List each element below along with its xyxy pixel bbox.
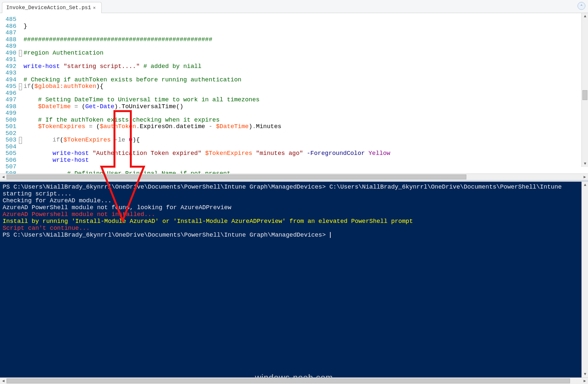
line-number: 508 xyxy=(0,171,16,174)
scroll-track[interactable] xyxy=(7,174,581,180)
scroll-up-icon[interactable]: ▲ xyxy=(582,13,588,20)
code-line[interactable]: } xyxy=(24,23,588,30)
console-line: Install by running 'Install-Module Azure… xyxy=(3,218,585,225)
line-number: 492 xyxy=(0,63,16,70)
fold-slot xyxy=(18,171,22,174)
editor-hscrollbar[interactable]: ◀ ▶ xyxy=(0,174,588,180)
line-number: 499 xyxy=(0,110,16,117)
fold-slot xyxy=(18,104,22,110)
code-line[interactable]: ########################################… xyxy=(24,37,588,43)
fold-slot xyxy=(18,117,22,124)
fold-slot xyxy=(18,63,22,70)
scroll-track[interactable] xyxy=(582,188,588,371)
scroll-right-icon[interactable]: ▶ xyxy=(581,378,588,384)
scroll-thumb[interactable] xyxy=(582,90,587,100)
console-line: starting script.... xyxy=(3,191,585,197)
collapse-pane-button[interactable]: ⌃ xyxy=(578,2,585,10)
line-number: 489 xyxy=(0,43,16,50)
line-number: 490 xyxy=(0,50,16,57)
code-area[interactable]: }#######################################… xyxy=(22,13,588,174)
fold-slot xyxy=(18,157,22,164)
close-icon[interactable]: ✕ xyxy=(93,6,97,10)
code-line[interactable]: if($global:authToken){ xyxy=(24,83,588,90)
line-number: 501 xyxy=(0,124,16,130)
console-line: Script can't continue... xyxy=(3,225,585,232)
code-line[interactable]: #region Authentication xyxy=(24,50,588,57)
scroll-left-icon[interactable]: ◀ xyxy=(0,174,7,180)
scroll-down-icon[interactable]: ▼ xyxy=(582,160,588,167)
code-line[interactable]: # Defining User Principal Name if not pr… xyxy=(24,171,588,174)
fold-slot xyxy=(18,23,22,30)
line-number: 493 xyxy=(0,70,16,77)
console-vscrollbar[interactable]: ▲ ▼ xyxy=(581,182,588,377)
code-line[interactable] xyxy=(24,70,588,77)
code-line[interactable] xyxy=(24,164,588,171)
line-number: 507 xyxy=(0,164,16,171)
line-number: 504 xyxy=(0,144,16,151)
code-line[interactable]: write-host "Authentication Token expired… xyxy=(24,150,588,157)
line-number: 500 xyxy=(0,117,16,124)
editor-pane: 4854864874884894904914924934944954964974… xyxy=(0,13,588,180)
scroll-left-icon[interactable]: ◀ xyxy=(0,378,7,384)
code-line[interactable]: $DateTime = (Get-Date).ToUniversalTime() xyxy=(24,104,588,110)
fold-collapse-icon[interactable]: − xyxy=(19,83,22,90)
line-number: 498 xyxy=(0,104,16,110)
fold-collapse-icon[interactable]: − xyxy=(19,50,22,57)
code-line[interactable] xyxy=(24,43,588,50)
scroll-track[interactable] xyxy=(582,20,588,160)
console-hscrollbar[interactable]: ◀ ▶ xyxy=(0,377,588,384)
tab-script-file[interactable]: Invoke_DeviceAction_Set.ps1 ✕ xyxy=(2,2,102,13)
console-output[interactable]: PS C:\Users\NiallBrady_6kynrrl\OneDrive\… xyxy=(0,182,588,377)
editor-vscrollbar[interactable]: ▲ ▼ xyxy=(581,13,588,167)
code-editor[interactable]: 4854864874884894904914924934944954964974… xyxy=(0,13,588,174)
scroll-thumb[interactable] xyxy=(7,378,570,383)
line-number: 502 xyxy=(0,130,16,137)
code-line[interactable]: write-host "starting script...." # added… xyxy=(24,63,588,70)
fold-gutter: −−− xyxy=(18,13,22,174)
scroll-thumb[interactable] xyxy=(7,175,466,179)
line-number: 495 xyxy=(0,83,16,90)
code-line[interactable]: $TokenExpires = ($authToken.ExpiresOn.da… xyxy=(24,124,588,130)
cursor-icon xyxy=(330,232,331,238)
console-pane: PS C:\Users\NiallBrady_6kynrrl\OneDrive\… xyxy=(0,182,588,384)
code-line[interactable] xyxy=(24,130,588,137)
line-number: 497 xyxy=(0,97,16,104)
fold-slot xyxy=(18,90,22,97)
fold-slot xyxy=(18,57,22,63)
fold-slot: − xyxy=(18,83,22,90)
line-number: 496 xyxy=(0,90,16,97)
fold-slot xyxy=(18,130,22,137)
code-line[interactable] xyxy=(24,110,588,117)
tab-label: Invoke_DeviceAction_Set.ps1 xyxy=(6,5,91,11)
fold-collapse-icon[interactable]: − xyxy=(19,137,22,144)
fold-slot xyxy=(18,16,22,23)
scroll-track[interactable] xyxy=(7,378,581,384)
line-number: 494 xyxy=(0,77,16,84)
line-number: 486 xyxy=(0,23,16,30)
code-line[interactable] xyxy=(24,57,588,63)
console-line: Checking for AzureAD module... xyxy=(3,197,585,204)
code-line[interactable] xyxy=(24,30,588,37)
scroll-right-icon[interactable]: ▶ xyxy=(581,174,588,180)
console-line: PS C:\Users\NiallBrady_6kynrrl\OneDrive\… xyxy=(3,232,585,239)
scroll-down-icon[interactable]: ▼ xyxy=(582,371,588,377)
code-line[interactable]: # Setting DateTime to Universal time to … xyxy=(24,97,588,104)
code-line[interactable]: # Checking if authToken exists before ru… xyxy=(24,77,588,84)
console-line: AzureAD Powershell module not installed.… xyxy=(3,211,585,218)
code-line[interactable]: # If the authToken exists checking when … xyxy=(24,117,588,124)
fold-slot: − xyxy=(18,50,22,57)
line-number: 491 xyxy=(0,57,16,63)
fold-slot xyxy=(18,30,22,37)
code-line[interactable]: if($TokenExpires -le 0){ xyxy=(24,137,588,144)
fold-slot xyxy=(18,77,22,84)
line-number: 503 xyxy=(0,137,16,144)
code-line[interactable] xyxy=(24,90,588,97)
fold-slot xyxy=(18,70,22,77)
code-line[interactable] xyxy=(24,144,588,151)
scroll-up-icon[interactable]: ▲ xyxy=(582,182,588,188)
fold-slot: − xyxy=(18,137,22,144)
code-line[interactable] xyxy=(24,16,588,23)
code-line[interactable]: write-host xyxy=(24,157,588,164)
fold-slot xyxy=(18,164,22,171)
fold-slot xyxy=(18,144,22,151)
